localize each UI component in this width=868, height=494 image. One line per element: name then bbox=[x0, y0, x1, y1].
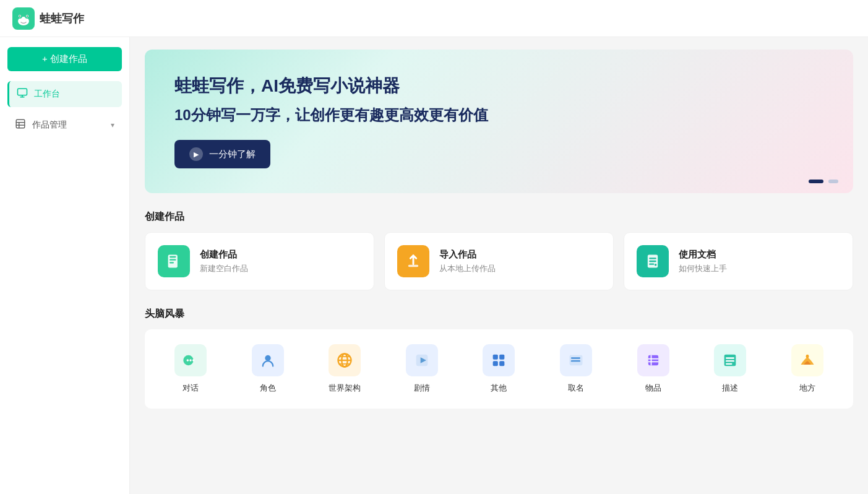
svg-point-41 bbox=[571, 357, 572, 358]
svg-rect-11 bbox=[16, 119, 25, 128]
content-area: 蛙蛙写作，AI免费写小说神器 10分钟写一万字，让创作更有趣更高效更有价值 ▶ … bbox=[130, 37, 868, 494]
create-work-label: 创建作品 bbox=[200, 249, 248, 261]
banner-subtitle: 10分钟写一万字，让创作更有趣更高效更有价值 bbox=[174, 105, 823, 125]
frog-logo-icon bbox=[12, 7, 35, 30]
docs-label: 使用文档 bbox=[679, 249, 727, 261]
svg-rect-34 bbox=[493, 355, 498, 360]
svg-point-7 bbox=[27, 15, 28, 17]
sidebar-workbench-label: 工作台 bbox=[34, 89, 114, 100]
monitor-icon bbox=[17, 87, 28, 101]
svg-rect-36 bbox=[493, 361, 498, 366]
worldbuilding-icon bbox=[329, 344, 361, 376]
svg-rect-19 bbox=[408, 265, 418, 267]
svg-rect-8 bbox=[18, 89, 27, 95]
create-section-title: 创建作品 bbox=[145, 210, 853, 223]
plot-label: 剧情 bbox=[414, 383, 430, 394]
main-layout: + 创建作品 工作台 作品管理 ▾ bbox=[0, 37, 868, 494]
describe-label: 描述 bbox=[722, 383, 738, 394]
docs-card[interactable]: 使用文档 如何快速上手 bbox=[624, 232, 853, 290]
create-work-sub: 新建空白作品 bbox=[200, 263, 248, 274]
banner-dots bbox=[809, 180, 838, 183]
svg-point-26 bbox=[265, 355, 270, 361]
book-icon bbox=[15, 118, 26, 132]
brainstorm-describe[interactable]: 描述 bbox=[707, 342, 754, 396]
banner-btn-label: 一分钟了解 bbox=[209, 149, 256, 160]
brainstorm-worldbuilding[interactable]: 世界架构 bbox=[321, 342, 368, 396]
dot-2[interactable] bbox=[828, 180, 838, 183]
dialogue-icon bbox=[174, 344, 207, 376]
svg-rect-43 bbox=[648, 355, 658, 365]
naming-label: 取名 bbox=[568, 383, 584, 394]
svg-point-21 bbox=[655, 264, 657, 266]
create-work-card[interactable]: 创建作品 新建空白作品 bbox=[145, 232, 374, 290]
svg-point-25 bbox=[192, 359, 195, 362]
brainstorm-items[interactable]: 物品 bbox=[630, 342, 677, 396]
sidebar: + 创建作品 工作台 作品管理 ▾ bbox=[0, 37, 130, 494]
import-work-label: 导入作品 bbox=[439, 249, 496, 261]
brainstorm-dialogue[interactable]: 对话 bbox=[167, 342, 214, 396]
docs-icon bbox=[637, 245, 669, 277]
brainstorm-row: 对话 角色 bbox=[145, 329, 853, 409]
logo-area: 蛙蛙写作 bbox=[12, 7, 84, 30]
worldbuilding-label: 世界架构 bbox=[329, 383, 361, 394]
sidebar-item-workbench[interactable]: 工作台 bbox=[7, 81, 122, 107]
brainstorm-plot[interactable]: 剧情 bbox=[398, 342, 445, 396]
svg-rect-17 bbox=[170, 259, 176, 261]
character-label: 角色 bbox=[260, 383, 276, 394]
import-work-icon bbox=[397, 245, 429, 277]
svg-rect-16 bbox=[170, 256, 176, 258]
svg-point-23 bbox=[187, 359, 189, 362]
sidebar-works-label: 作品管理 bbox=[32, 119, 105, 131]
describe-icon bbox=[714, 344, 746, 376]
naming-icon bbox=[560, 344, 592, 376]
svg-point-42 bbox=[571, 360, 572, 362]
hero-banner: 蛙蛙写作，AI免费写小说神器 10分钟写一万字，让创作更有趣更高效更有价值 ▶ … bbox=[145, 50, 853, 193]
top-bar: 蛙蛙写作 bbox=[0, 0, 868, 37]
banner-cta-button[interactable]: ▶ 一分钟了解 bbox=[174, 140, 270, 168]
svg-rect-37 bbox=[500, 361, 505, 366]
svg-rect-35 bbox=[500, 355, 505, 360]
brainstorm-place[interactable]: 地方 bbox=[784, 342, 831, 396]
docs-texts: 使用文档 如何快速上手 bbox=[679, 249, 727, 274]
svg-rect-18 bbox=[170, 262, 174, 263]
create-cards-row: 创建作品 新建空白作品 导入作品 从本地上传作品 bbox=[145, 232, 853, 290]
sidebar-item-works[interactable]: 作品管理 ▾ bbox=[7, 112, 122, 138]
dialogue-label: 对话 bbox=[183, 383, 199, 394]
chevron-down-icon: ▾ bbox=[111, 121, 114, 129]
svg-point-24 bbox=[190, 359, 192, 362]
place-icon bbox=[791, 344, 823, 376]
other-icon bbox=[483, 344, 515, 376]
import-work-sub: 从本地上传作品 bbox=[439, 263, 496, 274]
character-icon bbox=[252, 344, 284, 376]
brainstorm-other[interactable]: 其他 bbox=[475, 342, 522, 396]
import-work-card[interactable]: 导入作品 从本地上传作品 bbox=[384, 232, 614, 290]
other-label: 其他 bbox=[491, 383, 507, 394]
dot-1[interactable] bbox=[809, 180, 823, 183]
app-name: 蛙蛙写作 bbox=[40, 11, 84, 26]
brainstorm-section-title: 头脑风暴 bbox=[145, 308, 853, 321]
items-icon bbox=[637, 344, 669, 376]
create-work-texts: 创建作品 新建空白作品 bbox=[200, 249, 248, 274]
create-work-icon bbox=[158, 245, 190, 277]
banner-title: 蛙蛙写作，AI免费写小说神器 bbox=[174, 74, 823, 98]
svg-point-6 bbox=[19, 15, 20, 17]
create-work-button[interactable]: + 创建作品 bbox=[7, 47, 122, 71]
import-work-texts: 导入作品 从本地上传作品 bbox=[439, 249, 496, 274]
brainstorm-character[interactable]: 角色 bbox=[244, 342, 291, 396]
docs-sub: 如何快速上手 bbox=[679, 263, 727, 274]
place-label: 地方 bbox=[799, 383, 815, 394]
play-icon: ▶ bbox=[189, 147, 203, 161]
brainstorm-naming[interactable]: 取名 bbox=[552, 342, 599, 396]
plot-icon bbox=[406, 344, 438, 376]
svg-rect-51 bbox=[806, 355, 809, 358]
items-label: 物品 bbox=[645, 383, 661, 394]
